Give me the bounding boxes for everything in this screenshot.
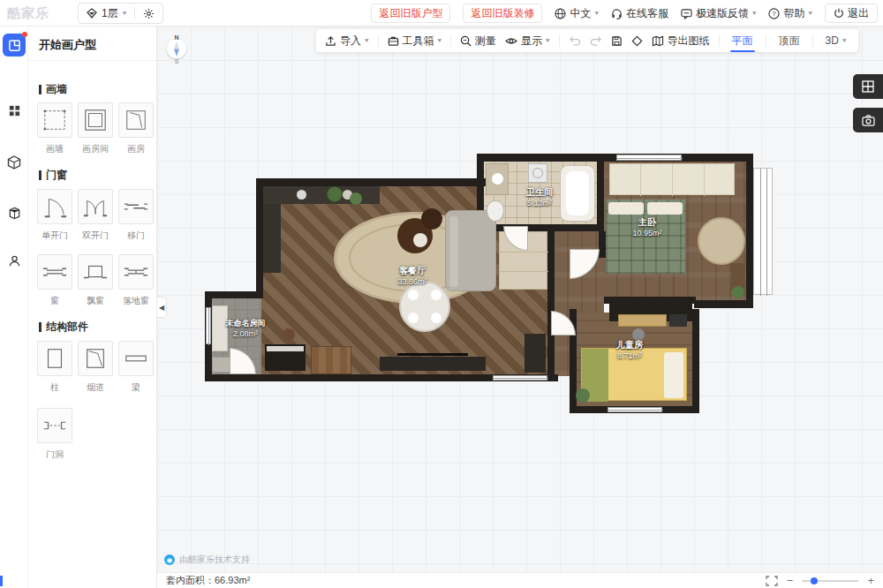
floorplan-tools-panel: 开始画户型 画墙 画墙 画房间 画房 门窗 单开门 双开门 移门 窗 飘窗 落地… <box>28 26 157 588</box>
piano-stool <box>283 328 295 341</box>
toolbox-menu[interactable]: 工具箱 ▾ <box>388 29 442 52</box>
toilet <box>487 200 504 222</box>
language-menu[interactable]: 中文 ▾ <box>555 6 599 21</box>
chat-bubble-icon <box>681 8 692 19</box>
topbar-right-group: 返回旧版户型 返回旧版装修 中文 ▾ 在线客服 极速版反馈 ▾ ? <box>371 0 878 26</box>
display-menu[interactable]: 显示 ▾ <box>505 29 550 52</box>
zoom-slider[interactable] <box>802 580 858 582</box>
tool-draw-irregular-room[interactable] <box>118 102 154 138</box>
kitchen-sink <box>297 190 306 200</box>
window[interactable] <box>616 155 682 161</box>
headset-icon <box>611 8 623 19</box>
profile-button[interactable] <box>0 254 28 268</box>
chevron-down-icon: ▾ <box>365 37 369 44</box>
library-button[interactable] <box>0 104 28 117</box>
fit-screen-button[interactable] <box>766 576 778 586</box>
tool-door-opening[interactable] <box>37 408 72 443</box>
legend-flyout-button[interactable] <box>853 74 883 99</box>
divider <box>450 34 451 47</box>
tool-beam[interactable] <box>118 341 154 376</box>
compass-n: N <box>166 34 187 41</box>
room-area: 10.95m² <box>632 229 661 237</box>
floor-settings-button[interactable] <box>135 4 162 23</box>
tool-draw-room[interactable] <box>78 102 113 138</box>
tool-column[interactable] <box>37 341 72 376</box>
interior-area-text: 套内面积：66.93m² <box>166 574 250 587</box>
wall[interactable] <box>547 231 555 381</box>
room-label-living: 客餐厅 33.86m² <box>397 265 426 286</box>
tool-bay-window[interactable] <box>78 254 113 290</box>
wall[interactable] <box>477 154 753 162</box>
wall[interactable] <box>597 161 604 231</box>
tool-flue[interactable] <box>78 341 113 376</box>
wall[interactable] <box>692 309 699 413</box>
chevron-down-icon: ▾ <box>546 37 550 44</box>
tv-cabinet <box>380 357 486 371</box>
bay-window[interactable] <box>753 168 773 295</box>
save-button[interactable] <box>611 29 623 52</box>
feedback-menu[interactable]: 极速版反馈 ▾ <box>681 6 757 21</box>
logout-button[interactable]: 退出 <box>825 4 878 23</box>
floorplan-tool-button[interactable] <box>3 34 26 57</box>
zoom-in-button[interactable]: + <box>867 575 874 586</box>
zoom-slider-handle[interactable] <box>811 577 818 584</box>
desk <box>618 314 667 327</box>
snapshot-flyout-button[interactable] <box>853 108 883 132</box>
window[interactable] <box>608 407 662 412</box>
tab-ceiling-view[interactable]: 顶面 <box>775 29 804 52</box>
tool-sliding-door[interactable] <box>118 189 154 224</box>
power-icon <box>834 8 844 19</box>
eraser-button[interactable] <box>631 29 643 52</box>
wall[interactable] <box>256 178 263 298</box>
measure-button[interactable]: 测量 <box>460 29 496 52</box>
back-old-deco-button[interactable]: 返回旧版装修 <box>463 4 542 23</box>
tab-plan-view[interactable]: 平面 <box>728 29 757 52</box>
room-label-master: 主卧 10.95m² <box>632 216 661 237</box>
tool-single-door[interactable] <box>37 189 72 224</box>
zoom-out-button[interactable]: − <box>787 575 794 586</box>
powered-by: ◉ 由酷家乐技术支持 <box>164 554 250 566</box>
wall[interactable] <box>694 300 753 308</box>
status-bar: 套内面积：66.93m² − + <box>157 572 883 588</box>
divider <box>766 34 766 47</box>
undo-button[interactable] <box>569 29 581 52</box>
tool-label: 窗 <box>34 295 76 307</box>
tool-label: 柱 <box>34 381 76 394</box>
compass: N S <box>166 35 187 64</box>
package-button[interactable] <box>0 207 28 220</box>
tool-label: 画房间 <box>74 143 117 155</box>
tool-label: 烟道 <box>74 381 117 394</box>
display-label: 显示 <box>521 34 542 49</box>
tool-label: 单开门 <box>34 230 76 242</box>
panel-scrollbar[interactable] <box>0 576 3 586</box>
window[interactable] <box>206 307 211 344</box>
wall[interactable] <box>746 154 753 307</box>
nightstand <box>669 314 687 327</box>
room-area: 33.86m² <box>397 277 426 286</box>
online-service-button[interactable]: 在线客服 <box>611 6 668 21</box>
bathtub <box>560 165 595 222</box>
tool-label: 画墙 <box>34 143 76 155</box>
back-old-floorplan-button[interactable]: 返回旧版户型 <box>371 4 450 23</box>
powered-text: 由酷家乐技术支持 <box>179 554 250 566</box>
window[interactable] <box>493 375 547 381</box>
tool-draw-wall[interactable] <box>37 102 72 138</box>
help-menu[interactable]: ? 帮助 ▾ <box>768 6 812 21</box>
tool-window[interactable] <box>37 254 72 290</box>
language-label: 中文 <box>570 6 591 21</box>
round-rug <box>698 217 745 265</box>
tool-floor-window[interactable] <box>118 254 154 290</box>
wall[interactable] <box>482 224 600 231</box>
floor-dropdown[interactable]: 1层 ▾ <box>79 4 134 23</box>
import-menu[interactable]: 导入 ▾ <box>325 29 369 52</box>
render-cube-button[interactable] <box>0 155 28 170</box>
wall[interactable] <box>599 231 606 258</box>
tool-double-door[interactable] <box>78 189 113 224</box>
divider <box>378 34 379 47</box>
tab-3d-view[interactable]: 3D ▾ <box>822 29 850 52</box>
export-drawings-button[interactable]: 导出图纸 <box>652 29 710 52</box>
panel-collapse-handle[interactable]: ◀ <box>157 297 167 318</box>
redo-button[interactable] <box>590 29 602 52</box>
wall[interactable] <box>205 291 263 298</box>
wall[interactable] <box>256 178 487 186</box>
